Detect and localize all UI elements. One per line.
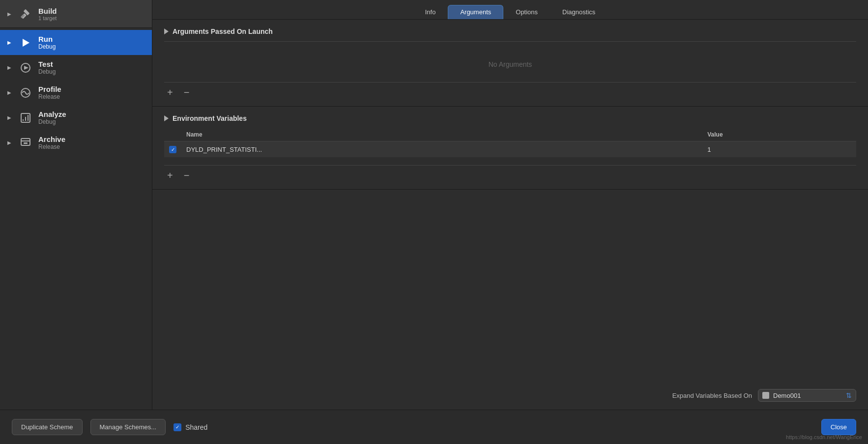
expand-variables-select[interactable]: Demo001 ⇅	[758, 389, 856, 402]
arguments-section-header: Arguments Passed On Launch	[164, 28, 856, 35]
env-add-button[interactable]: +	[164, 169, 176, 181]
svg-rect-11	[21, 139, 30, 145]
expand-variables-label: Expand Variables Based On	[672, 392, 752, 399]
run-title: Run	[38, 35, 56, 43]
svg-rect-13	[24, 142, 28, 144]
archive-title: Archive	[38, 135, 65, 143]
build-title: Build	[38, 7, 57, 15]
env-col-name: Name	[181, 128, 702, 141]
run-play-icon	[19, 36, 32, 50]
sidebar-item-analyze[interactable]: ▶ Analyze Debug	[0, 105, 152, 130]
env-triangle-icon	[164, 115, 169, 121]
watermark-text: https://blog.csdn.net/WangErice	[786, 434, 862, 440]
env-table-header-row: Name Value	[164, 128, 856, 141]
expand-select-text: Demo001	[773, 392, 842, 399]
profile-title: Profile	[38, 85, 61, 93]
arguments-section: Arguments Passed On Launch No Arguments …	[152, 20, 868, 107]
run-subtitle: Debug	[38, 43, 56, 50]
arguments-divider	[164, 41, 856, 42]
shared-checkbox[interactable]: ✓	[174, 423, 181, 431]
manage-schemes-button[interactable]: Manage Schemes...	[90, 419, 166, 435]
arguments-divider2	[164, 82, 856, 83]
tabs-bar: Info Arguments Options Diagnostics	[152, 0, 868, 20]
sidebar: ▶ Build 1 target ▶ Run	[0, 0, 152, 410]
test-title: Test	[38, 60, 56, 68]
env-row-value: 1	[702, 141, 856, 158]
arguments-remove-button[interactable]: −	[181, 86, 193, 98]
expand-select-icon	[762, 392, 769, 399]
no-arguments-text: No Arguments	[164, 46, 856, 78]
tab-options[interactable]: Options	[503, 5, 550, 19]
profile-icon	[19, 86, 32, 100]
env-variables-section: Environment Variables Name Value ✓	[152, 107, 868, 190]
run-arrow-icon: ▶	[6, 39, 13, 46]
test-subtitle: Debug	[38, 68, 56, 75]
env-add-remove: + −	[164, 169, 856, 181]
env-row-checkbox-cell: ✓	[164, 141, 181, 158]
tab-info[interactable]: Info	[413, 5, 448, 19]
env-col-check	[164, 128, 181, 141]
tab-arguments[interactable]: Arguments	[448, 5, 503, 19]
close-button[interactable]: Close	[821, 419, 856, 435]
archive-icon	[19, 136, 32, 150]
env-remove-button[interactable]: −	[181, 169, 193, 181]
analyze-title: Analyze	[38, 110, 66, 118]
env-row-name: DYLD_PRINT_STATISTI...	[181, 141, 702, 158]
archive-subtitle: Release	[38, 143, 65, 150]
arguments-add-remove: + −	[164, 86, 856, 98]
profile-arrow-icon: ▶	[6, 89, 13, 96]
arrow-icon: ▶	[6, 10, 13, 17]
arguments-section-title: Arguments Passed On Launch	[173, 28, 273, 35]
hammer-icon	[18, 6, 33, 22]
expand-variables-row: Expand Variables Based On Demo001 ⇅	[152, 381, 868, 410]
shared-label: Shared	[185, 423, 207, 431]
arguments-triangle-icon	[164, 28, 169, 34]
analyze-arrow-icon: ▶	[6, 114, 13, 121]
test-icon	[19, 61, 32, 75]
tab-diagnostics[interactable]: Diagnostics	[550, 5, 608, 19]
expand-select-arrows: ⇅	[846, 391, 852, 399]
env-table: Name Value ✓ DYLD_PRINT_STATISTI... 1	[164, 128, 856, 157]
build-subtitle: 1 target	[38, 15, 57, 21]
bottom-bar: Duplicate Scheme Manage Schemes... ✓ Sha…	[0, 410, 868, 444]
env-section-header: Environment Variables	[164, 114, 856, 122]
sidebar-item-profile[interactable]: ▶ Profile Release	[0, 80, 152, 105]
section-area: Arguments Passed On Launch No Arguments …	[152, 20, 868, 410]
env-divider	[164, 165, 856, 166]
env-section-title: Environment Variables	[173, 114, 247, 122]
table-row[interactable]: ✓ DYLD_PRINT_STATISTI... 1	[164, 141, 856, 158]
env-row-checkbox[interactable]: ✓	[169, 146, 176, 153]
duplicate-scheme-button[interactable]: Duplicate Scheme	[12, 419, 83, 435]
sidebar-item-test[interactable]: ▶ Test Debug	[0, 55, 152, 80]
test-arrow-icon: ▶	[6, 64, 13, 71]
sidebar-item-run[interactable]: ▶ Run Debug	[0, 30, 152, 55]
env-col-value: Value	[702, 128, 856, 141]
svg-marker-3	[23, 39, 29, 47]
profile-subtitle: Release	[38, 93, 61, 100]
content-area: Info Arguments Options Diagnostics Argum…	[152, 0, 868, 410]
analyze-subtitle: Debug	[38, 118, 66, 125]
shared-checkbox-area: ✓ Shared	[174, 423, 207, 431]
arguments-add-button[interactable]: +	[164, 86, 176, 98]
svg-marker-5	[24, 66, 29, 70]
sidebar-item-archive[interactable]: ▶ Archive Release	[0, 130, 152, 155]
sidebar-item-build[interactable]: ▶ Build 1 target	[0, 0, 152, 28]
archive-arrow-icon: ▶	[6, 139, 13, 146]
analyze-icon	[19, 111, 32, 125]
